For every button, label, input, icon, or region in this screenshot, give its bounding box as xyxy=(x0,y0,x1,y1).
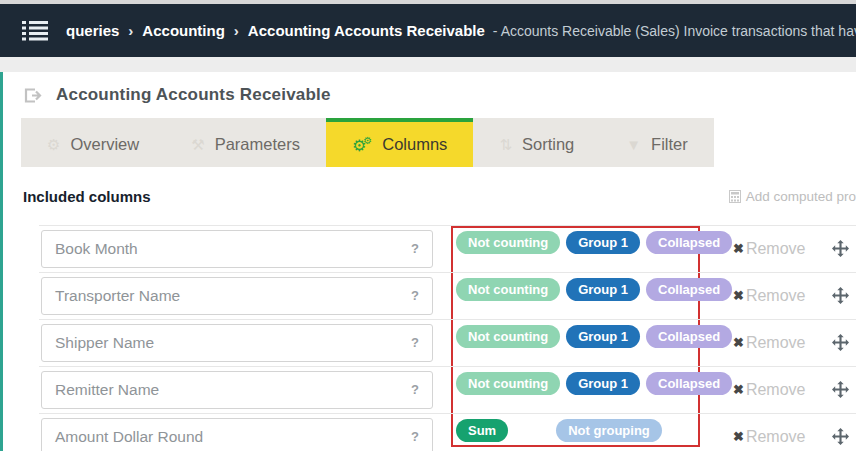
tab-label: Filter xyxy=(651,135,688,154)
column-name-input[interactable]: Transporter Name? xyxy=(41,277,433,315)
overview-gear-icon: ⚙ xyxy=(47,136,60,154)
column-row: Transporter Name?Not countingGroup 1Coll… xyxy=(3,272,856,319)
help-icon[interactable]: ? xyxy=(411,429,419,444)
section-heading: Included columns xyxy=(23,188,151,205)
section-row: Included columns Add computed pro xyxy=(3,167,856,225)
column-name-input[interactable]: Amount Dollar Round? xyxy=(41,418,433,451)
move-icon xyxy=(832,428,849,445)
tab-sorting[interactable]: ⇅Sorting xyxy=(473,118,600,167)
app-header: queries›Accounting›Accounting Accounts R… xyxy=(0,4,856,57)
drag-handle[interactable] xyxy=(832,287,849,304)
remove-icon: ✖ xyxy=(733,429,744,444)
remove-label: Remove xyxy=(746,287,806,305)
column-name-input[interactable]: Book Month? xyxy=(41,230,433,268)
drag-handle[interactable] xyxy=(832,240,849,257)
tab-parameters[interactable]: ⚒Parameters xyxy=(165,118,326,167)
remove-icon: ✖ xyxy=(733,382,744,397)
column-row: Amount Dollar Round?SumNot grouping✖Remo… xyxy=(3,413,856,451)
move-icon xyxy=(832,240,849,257)
tab-label: Sorting xyxy=(522,135,574,154)
badge-collapsed[interactable]: Collapsed xyxy=(646,278,732,301)
tab-columns[interactable]: ⚙⚙Columns xyxy=(326,118,473,167)
tab-filter[interactable]: ▼Filter xyxy=(600,118,714,167)
add-computed-property-button[interactable]: Add computed pro xyxy=(729,189,856,204)
column-name-input[interactable]: Shipper Name? xyxy=(41,324,433,362)
drag-handle[interactable] xyxy=(832,381,849,398)
parameters-icon: ⚒ xyxy=(191,136,204,154)
remove-label: Remove xyxy=(746,240,806,258)
badge-sum[interactable]: Sum xyxy=(456,419,508,442)
export-icon xyxy=(23,87,43,104)
help-icon[interactable]: ? xyxy=(411,382,419,397)
sorting-icon: ⇅ xyxy=(499,136,512,154)
badge-group[interactable]: Group 1 xyxy=(566,372,640,395)
remove-icon: ✖ xyxy=(733,288,744,303)
help-icon[interactable]: ? xyxy=(411,241,419,256)
breadcrumb-item[interactable]: Accounting xyxy=(142,22,225,39)
filter-icon: ▼ xyxy=(626,136,641,153)
remove-button[interactable]: ✖Remove xyxy=(733,428,805,446)
content-panel: Accounting Accounts Receivable ⚙Overview… xyxy=(0,72,856,451)
badge-group: SumNot grouping xyxy=(451,413,700,442)
remove-label: Remove xyxy=(746,428,806,446)
breadcrumb-separator: › xyxy=(128,22,133,39)
remove-button[interactable]: ✖Remove xyxy=(733,240,805,258)
column-name-value: Transporter Name xyxy=(55,287,180,305)
column-name-value: Amount Dollar Round xyxy=(55,428,203,446)
page-title: Accounting Accounts Receivable xyxy=(56,85,331,105)
breadcrumb-separator: › xyxy=(234,22,239,39)
remove-button[interactable]: ✖Remove xyxy=(733,334,805,352)
badge-group: Not countingGroup 1Collapsed xyxy=(451,272,700,301)
remove-label: Remove xyxy=(746,334,806,352)
column-name-input[interactable]: Remitter Name? xyxy=(41,371,433,409)
column-name-value: Remitter Name xyxy=(55,381,159,399)
badge-group[interactable]: Group 1 xyxy=(566,325,640,348)
badge-not-counting[interactable]: Not counting xyxy=(456,278,560,301)
remove-button[interactable]: ✖Remove xyxy=(733,381,805,399)
move-icon xyxy=(832,334,849,351)
tab-bar: ⚙Overview⚒Parameters⚙⚙Columns⇅Sorting▼Fi… xyxy=(21,118,714,167)
badge-group[interactable]: Group 1 xyxy=(566,231,640,254)
header-divider xyxy=(0,57,856,72)
badge-group: Not countingGroup 1Collapsed xyxy=(451,319,700,348)
breadcrumb-item[interactable]: Accounting Accounts Receivable xyxy=(248,22,485,39)
badge-not-counting[interactable]: Not counting xyxy=(456,231,560,254)
move-icon xyxy=(832,381,849,398)
column-row: Remitter Name?Not countingGroup 1Collaps… xyxy=(3,366,856,413)
tab-label: Columns xyxy=(382,135,447,154)
remove-icon: ✖ xyxy=(733,335,744,350)
breadcrumb-item[interactable]: queries xyxy=(66,22,119,39)
title-row: Accounting Accounts Receivable xyxy=(3,72,856,118)
tab-overview[interactable]: ⚙Overview xyxy=(21,118,165,167)
column-row: Book Month?Not countingGroup 1Collapsed✖… xyxy=(3,225,856,272)
columns-gears-icon: ⚙⚙ xyxy=(352,135,372,155)
badge-collapsed[interactable]: Collapsed xyxy=(646,231,732,254)
badge-not-counting[interactable]: Not counting xyxy=(456,325,560,348)
column-row: Shipper Name?Not countingGroup 1Collapse… xyxy=(3,319,856,366)
calculator-icon xyxy=(729,190,741,203)
help-icon[interactable]: ? xyxy=(411,288,419,303)
badge-collapsed[interactable]: Collapsed xyxy=(646,372,732,395)
help-icon[interactable]: ? xyxy=(411,335,419,350)
remove-button[interactable]: ✖Remove xyxy=(733,287,805,305)
tab-label: Overview xyxy=(70,135,139,154)
badge-group: Not countingGroup 1Collapsed xyxy=(451,366,700,395)
column-name-value: Shipper Name xyxy=(55,334,154,352)
move-icon xyxy=(832,287,849,304)
badge-not-grouping[interactable]: Not grouping xyxy=(556,419,662,442)
breadcrumb: queries›Accounting›Accounting Accounts R… xyxy=(66,22,485,39)
drag-handle[interactable] xyxy=(832,334,849,351)
badge-group[interactable]: Group 1 xyxy=(566,278,640,301)
drag-handle[interactable] xyxy=(832,428,849,445)
badge-group: Not countingGroup 1Collapsed xyxy=(451,225,700,254)
included-columns-list: Book Month?Not countingGroup 1Collapsed✖… xyxy=(3,225,856,451)
add-computed-label: Add computed pro xyxy=(746,189,856,204)
query-description: - Accounts Receivable (Sales) Invoice tr… xyxy=(493,23,856,39)
column-name-value: Book Month xyxy=(55,240,138,258)
badge-collapsed[interactable]: Collapsed xyxy=(646,325,732,348)
badge-not-counting[interactable]: Not counting xyxy=(456,372,560,395)
remove-label: Remove xyxy=(746,381,806,399)
tab-label: Parameters xyxy=(215,135,300,154)
remove-icon: ✖ xyxy=(733,241,744,256)
menu-icon[interactable] xyxy=(22,21,48,41)
